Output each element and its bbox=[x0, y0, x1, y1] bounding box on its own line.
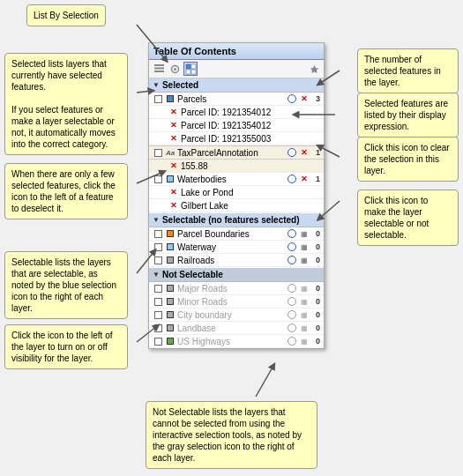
mr-selectable-icon[interactable] bbox=[287, 283, 297, 294]
taxparcel-controls: ✕ 1 bbox=[287, 147, 320, 158]
pb-controls: ▦ 0 bbox=[287, 228, 320, 239]
cb-selectable-icon[interactable] bbox=[287, 309, 297, 320]
ww-selectable-icon[interactable] bbox=[287, 242, 297, 252]
lb-vis-icon[interactable] bbox=[153, 323, 163, 333]
deselect-1-icon[interactable]: ✕ bbox=[168, 107, 179, 117]
mr-name: Major Roads bbox=[177, 284, 285, 294]
deselect-2-icon[interactable]: ✕ bbox=[168, 120, 179, 130]
rr-count: 0 bbox=[311, 256, 320, 264]
taxparcel-clear-icon[interactable]: ✕ bbox=[299, 147, 310, 158]
ww-table-icon[interactable]: ▦ bbox=[299, 242, 310, 252]
waterbodies-clear-icon[interactable]: ✕ bbox=[299, 174, 310, 184]
ww-vis-icon[interactable] bbox=[153, 242, 163, 252]
uh-selectable-icon[interactable] bbox=[287, 336, 297, 346]
city-boundary-layer: City boundary ▦ 0 bbox=[149, 309, 324, 322]
callout-display-expr: Selected features are listed by their di… bbox=[357, 93, 459, 138]
selected-section-header: ▼ Selected bbox=[149, 78, 324, 93]
taxparcel-name: TaxParcelAnnotation bbox=[177, 148, 285, 158]
mr-icon bbox=[165, 283, 175, 294]
lb-table-icon[interactable]: ▦ bbox=[299, 323, 310, 333]
toc-title-bar: Table Of Contents bbox=[149, 43, 324, 60]
callout-display-expr-text: Selected features are listed by their di… bbox=[364, 99, 448, 131]
pb-selectable-icon[interactable] bbox=[287, 228, 297, 239]
callout-list-by-selection: List By Selection bbox=[26, 4, 106, 26]
uh-controls: ▦ 0 bbox=[287, 336, 320, 346]
uh-name: US Highways bbox=[177, 337, 285, 346]
us-highways-layer: US Highways ▦ 0 bbox=[149, 335, 324, 348]
rr-controls: ▦ 0 bbox=[287, 255, 320, 265]
mr-vis-icon[interactable] bbox=[153, 283, 163, 294]
cb-table-icon[interactable]: ▦ bbox=[299, 309, 310, 320]
taxparcel-vis-icon[interactable] bbox=[153, 147, 163, 158]
rr-table-icon[interactable]: ▦ bbox=[299, 255, 310, 265]
selectable-arrow: ▼ bbox=[153, 216, 160, 224]
major-roads-layer: Major Roads ▦ 0 bbox=[149, 282, 324, 295]
uh-vis-icon[interactable] bbox=[153, 336, 163, 346]
lb-selectable-icon[interactable] bbox=[287, 323, 297, 333]
uh-table-icon[interactable]: ▦ bbox=[299, 336, 310, 346]
deselect-3-icon[interactable]: ✕ bbox=[168, 133, 179, 144]
callout-make-selectable: Click this icon to make the layer select… bbox=[357, 190, 459, 246]
rr-name: Railroads bbox=[177, 256, 285, 265]
ww-controls: ▦ 0 bbox=[287, 242, 320, 252]
waterbodies-selectable-icon[interactable] bbox=[287, 174, 297, 184]
water-feat-1-name: Lake or Pond bbox=[181, 188, 320, 197]
lb-icon bbox=[165, 323, 175, 333]
mnr-name: Minor Roads bbox=[177, 297, 285, 307]
deselect-w1-icon[interactable]: ✕ bbox=[168, 187, 179, 197]
callout-few-features: When there are only a few selected featu… bbox=[4, 163, 128, 219]
mnr-selectable-icon[interactable] bbox=[287, 296, 297, 307]
toc-toolbar bbox=[149, 60, 324, 78]
svg-rect-6 bbox=[191, 64, 196, 69]
callout-selected-layers-text: Selected lists layers that currently hav… bbox=[11, 59, 116, 149]
cb-vis-icon[interactable] bbox=[153, 309, 163, 320]
mr-controls: ▦ 0 bbox=[287, 283, 320, 294]
selected-arrow: ▼ bbox=[153, 81, 160, 89]
deselect-w2-icon[interactable]: ✕ bbox=[168, 200, 179, 211]
parcels-clear-icon[interactable]: ✕ bbox=[299, 93, 310, 104]
pb-table-icon[interactable]: ▦ bbox=[299, 228, 310, 239]
parcels-layer: Parcels ✕ 3 bbox=[149, 93, 324, 106]
parcels-count: 3 bbox=[311, 94, 320, 103]
ww-count: 0 bbox=[311, 242, 320, 251]
minor-roads-layer: Minor Roads ▦ 0 bbox=[149, 295, 324, 309]
annotation-value: 155.88 bbox=[181, 161, 320, 171]
callout-not-selectable: Not Selectable lists the layers that can… bbox=[146, 401, 317, 469]
toc-panel: Table Of Contents ▼ Selected Parcels ✕ bbox=[148, 42, 325, 349]
list-by-selection-btn[interactable] bbox=[183, 62, 198, 76]
lb-controls: ▦ 0 bbox=[287, 323, 320, 333]
cb-name: City boundary bbox=[177, 310, 285, 320]
options-btn[interactable] bbox=[307, 62, 321, 76]
mnr-vis-icon[interactable] bbox=[153, 296, 163, 307]
parcels-vis-icon[interactable] bbox=[153, 93, 163, 104]
parcels-controls: ✕ 3 bbox=[287, 93, 320, 104]
parcels-selectable-icon[interactable] bbox=[287, 93, 297, 104]
list-by-source-btn[interactable] bbox=[152, 62, 166, 76]
rr-vis-icon[interactable] bbox=[153, 255, 163, 265]
deselect-ann-icon[interactable]: ✕ bbox=[168, 160, 179, 171]
callout-few-features-text: When there are only a few selected featu… bbox=[11, 169, 116, 213]
svg-rect-8 bbox=[191, 70, 196, 74]
mnr-count: 0 bbox=[311, 297, 320, 306]
taxparcel-layer: Aa TaxParcelAnnotation ✕ 1 bbox=[149, 145, 324, 160]
parcel-feat-2-name: Parcel ID: 1921354012 bbox=[181, 121, 320, 130]
callout-clear-selection-text: Click this icon to clear the selection i… bbox=[364, 143, 450, 175]
mnr-table-icon[interactable]: ▦ bbox=[299, 296, 310, 307]
not-selectable-arrow: ▼ bbox=[153, 271, 160, 279]
water-feature-2: ✕ Gilbert Lake bbox=[149, 199, 324, 212]
pb-vis-icon[interactable] bbox=[153, 228, 163, 239]
rr-selectable-icon[interactable] bbox=[287, 255, 297, 265]
mr-table-icon[interactable]: ▦ bbox=[299, 283, 310, 294]
selectable-section-header: ▼ Selectable (no features selected) bbox=[149, 213, 324, 227]
annotation-feature: ✕ 155.88 bbox=[149, 160, 324, 173]
list-by-visibility-btn[interactable] bbox=[168, 62, 182, 76]
pb-count: 0 bbox=[311, 229, 320, 238]
lb-count: 0 bbox=[311, 324, 320, 332]
waterbodies-count: 1 bbox=[311, 175, 320, 183]
ww-icon bbox=[165, 242, 175, 252]
waterbodies-vis-icon[interactable] bbox=[153, 174, 163, 184]
taxparcel-selectable-icon[interactable] bbox=[287, 147, 297, 158]
pb-icon bbox=[165, 228, 175, 239]
rr-icon bbox=[165, 255, 175, 265]
svg-rect-7 bbox=[186, 70, 190, 74]
